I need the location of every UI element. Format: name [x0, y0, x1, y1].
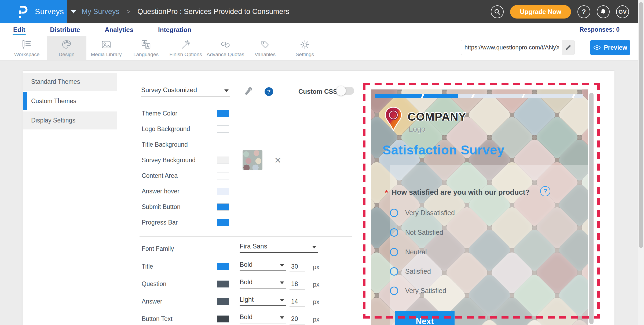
customize-wrench-icon[interactable] [243, 85, 254, 98]
row-label: Question [142, 280, 166, 288]
page-scrollbar-thumb[interactable] [639, 2, 643, 248]
color-swatch[interactable] [217, 172, 229, 179]
preview-button-label: Preview [604, 44, 627, 51]
chevron-down-icon [71, 10, 76, 13]
questionpro-design-page: Surveys My Surveys > QuestionPro : Servi… [0, 0, 644, 325]
search-icon [494, 9, 500, 15]
upgrade-now-button[interactable]: Upgrade Now [510, 5, 571, 19]
radio-icon[interactable] [390, 228, 398, 237]
font-color-swatch[interactable] [217, 280, 229, 288]
company-logo: COMPANY Logo [385, 107, 466, 133]
preview-scrollbar[interactable] [589, 93, 594, 324]
row-label: Answer hover [142, 188, 180, 195]
font-size-input[interactable] [290, 279, 305, 290]
color-row-content-area: Content Area [23, 168, 355, 184]
font-size-input[interactable] [290, 261, 305, 272]
tab-edit[interactable]: Edit [13, 23, 26, 36]
survey-progress-bar [375, 94, 583, 98]
color-row-progress-bar: Progress Bar [23, 215, 355, 231]
preview-button[interactable]: Preview [590, 40, 630, 55]
row-label: Theme Color [142, 110, 177, 117]
color-swatch[interactable] [217, 157, 229, 164]
font-size-input[interactable] [290, 296, 305, 307]
font-color-swatch[interactable] [217, 263, 229, 270]
font-size-input[interactable] [290, 314, 305, 324]
tool-label: Media Library [91, 52, 122, 57]
help-button[interactable]: ? [577, 5, 590, 18]
tool-label: Settings [296, 52, 314, 57]
page-scrollbar[interactable] [638, 0, 644, 325]
font-weight-select[interactable]: Bold [240, 259, 286, 271]
design-palette-icon [61, 39, 72, 50]
option-satisfied[interactable]: Satisfied [390, 267, 431, 276]
survey-background-image-thumbnail[interactable] [243, 150, 262, 170]
radio-icon[interactable] [390, 267, 398, 276]
font-color-swatch[interactable] [217, 298, 229, 305]
color-swatch[interactable] [217, 110, 229, 117]
sidebar-item-standard-themes[interactable]: Standard Themes [23, 73, 117, 91]
theme-help-icon[interactable]: ? [265, 87, 273, 96]
edit-url-button[interactable] [562, 40, 574, 55]
advance-quotas-icon [220, 39, 231, 50]
option-very-satisfied[interactable]: Very Satisfied [390, 287, 446, 295]
progress-stripes [375, 94, 583, 98]
survey-url-input[interactable] [461, 40, 562, 55]
option-neutral[interactable]: Neutral [390, 248, 427, 256]
chevron-down-icon [224, 89, 229, 92]
product-name: Surveys [35, 7, 64, 16]
font-family-select[interactable]: Fira Sans [240, 241, 318, 253]
color-swatch[interactable] [217, 141, 229, 148]
tool-workspace[interactable]: Workspace [7, 36, 47, 60]
option-very-dissatisfied[interactable]: Very Dissatisfied [390, 209, 455, 217]
brand-menu[interactable]: Surveys [0, 0, 67, 23]
option-not-satisfied[interactable]: Not Satisfied [390, 228, 443, 237]
notifications-button[interactable] [597, 5, 610, 18]
tool-label: Variables [255, 52, 276, 57]
tool-label: Design [58, 52, 74, 57]
tool-design[interactable]: Design [47, 36, 86, 60]
next-button[interactable]: Next [395, 311, 455, 325]
custom-css-toggle[interactable] [337, 87, 354, 95]
panel-divider [140, 236, 352, 237]
languages-icon [141, 39, 151, 50]
font-size-unit: px [313, 263, 319, 271]
color-swatch[interactable] [217, 188, 229, 195]
tool-advance-quotas[interactable]: Advance Quotas [206, 36, 245, 60]
tool-variables[interactable]: Variables [245, 36, 285, 60]
required-asterisk: * [385, 189, 388, 197]
color-swatch[interactable] [217, 203, 229, 211]
color-swatch[interactable] [217, 125, 229, 133]
color-swatch[interactable] [217, 219, 229, 226]
tool-media-library[interactable]: Media Library [86, 36, 126, 60]
company-logo-texts: COMPANY Logo [408, 107, 466, 133]
avatar[interactable]: GV [616, 5, 629, 18]
theme-select[interactable]: Survey Customized [141, 85, 230, 96]
tool-label: Workspace [14, 52, 40, 57]
row-label: Answer [142, 298, 162, 305]
font-weight-select[interactable]: Bold [240, 312, 286, 323]
remove-background-image-icon[interactable]: ✕ [274, 156, 281, 165]
font-weight-select[interactable]: Bold [240, 277, 286, 288]
tool-languages[interactable]: Languages [126, 36, 166, 60]
radio-icon[interactable] [390, 287, 398, 295]
radio-icon[interactable] [390, 248, 398, 256]
topbar-actions: Upgrade Now ? GV [491, 5, 629, 19]
font-weight-select[interactable]: Light [240, 294, 286, 306]
questionpro-logo-icon [18, 5, 28, 19]
font-color-swatch[interactable] [217, 315, 229, 323]
tab-integration[interactable]: Integration [158, 23, 192, 36]
radio-icon[interactable] [390, 209, 398, 217]
breadcrumb-parent[interactable]: My Surveys [82, 8, 119, 16]
main-tabs: Edit Distribute Analytics Integration Re… [0, 23, 638, 36]
font-family-value: Fira Sans [240, 243, 267, 250]
tab-analytics[interactable]: Analytics [104, 23, 134, 36]
tool-finish-options[interactable]: Finish Options [166, 36, 206, 60]
question-help-icon[interactable]: ? [540, 186, 550, 196]
tool-settings[interactable]: Settings [285, 36, 325, 60]
search-button[interactable] [491, 5, 504, 18]
responses-count[interactable]: Responses: 0 [579, 26, 620, 33]
option-label: Very Dissatisfied [405, 209, 455, 217]
tab-distribute[interactable]: Distribute [49, 23, 80, 36]
pencil-icon [565, 44, 572, 51]
color-row-survey-background: Survey Background [23, 153, 355, 168]
